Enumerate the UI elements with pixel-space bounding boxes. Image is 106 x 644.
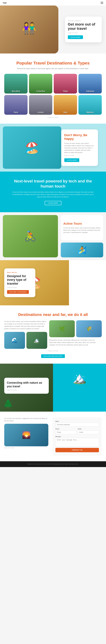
designed-card: WHAT WE DO Designed for every type of tr… xyxy=(4,268,35,297)
happy-text: Ut enim ad minim veniam, quis nostrud ex… xyxy=(64,142,95,154)
destination-maui[interactable]: Maui xyxy=(54,95,77,115)
nearfar-img-credit: Images from Freepik xyxy=(4,350,102,352)
logo: logo xyxy=(3,2,7,4)
designed-title: Designed for every type of traveler xyxy=(7,274,33,286)
name-label: Name xyxy=(55,421,99,422)
couple-photo xyxy=(0,6,58,54)
nextlevel-section: Next-level travel powered by tech and th… xyxy=(0,172,106,212)
active-tours-surfer-image xyxy=(61,242,103,257)
happy-title: Don't Worry, Be Happy xyxy=(64,133,95,141)
nearfar-title: Destinations near and far, we do it all xyxy=(4,312,102,317)
active-tours-section: Active Tours Ut enim ad minim veniam, qu… xyxy=(0,212,106,260)
nearfar-btn-wrap: EXPLORE DESTINATIONS xyxy=(4,354,102,358)
footer: Sample text. Click to select the Text to… xyxy=(0,461,106,467)
contact-description: Let us know your questions, suggestions … xyxy=(4,417,48,422)
footer-text: Sample text. Click to select the Text to… xyxy=(3,463,103,465)
dest-label-bora-bora: Bora Bora xyxy=(4,90,28,92)
form-group-name: Name xyxy=(55,421,99,426)
hero-learn-more-button[interactable]: LEARN MORE xyxy=(68,35,83,39)
nearfar-image-windmill xyxy=(76,320,102,337)
form-group-phone: Phone xyxy=(55,428,76,434)
destination-maldives[interactable]: Maldives xyxy=(78,95,102,115)
message-textarea[interactable] xyxy=(55,438,99,446)
dest-label-maui: Maui xyxy=(54,111,77,113)
nearfar-image-grid-right xyxy=(49,320,102,337)
nearfar-left-col: Ut enim ad minim veniam, quis nostrud ex… xyxy=(4,320,47,349)
nature-section: Connecting with nature as you travel Ima… xyxy=(0,364,106,412)
hero-card: TRAVEL AGENCY Get more out of your trave… xyxy=(65,17,102,42)
nearfar-explore-button[interactable]: EXPLORE DESTINATIONS xyxy=(41,354,65,358)
nearfar-columns: Ut enim ad minim veniam, quis nostrud ex… xyxy=(4,320,102,349)
contact-submit-button[interactable]: CONTACT US xyxy=(55,448,99,452)
nearfar-image-forest xyxy=(49,320,75,337)
email-input[interactable] xyxy=(78,430,99,434)
designed-explore-button[interactable]: EXPLORE CATEGORIES xyxy=(7,290,29,294)
nearfar-image-grid-left xyxy=(4,332,47,349)
hero-image xyxy=(0,6,58,54)
dest-label-london: London xyxy=(29,111,52,113)
hero-section: TRAVEL AGENCY Get more out of your trave… xyxy=(0,6,106,54)
contact-image: 🌄 xyxy=(4,424,48,446)
contact-section: Let us know your questions, suggestions … xyxy=(0,412,106,461)
destinations-section: Popular Travel Destinations & Types Brow… xyxy=(0,54,106,124)
contact-left: Let us know your questions, suggestions … xyxy=(4,417,48,456)
form-group-message: Message xyxy=(55,436,99,446)
dest-label-indonesia: Indonesia xyxy=(78,90,102,92)
nature-mountain-image xyxy=(53,364,106,412)
menu-icon[interactable] xyxy=(101,2,103,4)
happy-learn-more-button[interactable]: LEARN MORE xyxy=(64,158,79,162)
active-tours-title: Active Tours xyxy=(63,222,101,226)
active-tours-cyclist-image xyxy=(3,215,58,257)
dest-label-paris: Paris xyxy=(4,111,28,113)
destinations-grid: Bora Bora Costa Rica Tokyo Indonesia Par… xyxy=(4,74,102,115)
destination-indonesia[interactable]: Indonesia xyxy=(78,74,102,94)
dest-label-costa-rica: Costa Rica xyxy=(29,90,52,92)
form-row-name-phone: Name xyxy=(55,421,99,426)
destination-bora-bora[interactable]: Bora Bora xyxy=(4,74,28,94)
nearfar-section: Destinations near and far, we do it all … xyxy=(0,305,106,364)
nearfar-text-left: Ut enim ad minim veniam, quis nostrud ex… xyxy=(4,320,47,330)
happy-section: Don't Worry, Be Happy Ut enim ad minim v… xyxy=(0,124,106,172)
nearfar-image-ocean xyxy=(4,332,25,349)
nearfar-image-mountain xyxy=(26,332,47,349)
hero-title: Get more out of your travel xyxy=(68,22,99,31)
email-label: Email xyxy=(78,428,99,430)
nextlevel-title: Next-level travel powered by tech and th… xyxy=(9,179,97,189)
hero-img-credit: Image from Freepik xyxy=(68,32,99,33)
form-group-email: Email xyxy=(78,428,99,434)
phone-input[interactable] xyxy=(55,430,76,434)
happy-img-credit: Image from Freepik xyxy=(64,155,95,156)
nextlevel-text: Ut enim ad minim veniam, quis nostrud ex… xyxy=(12,191,94,198)
happy-card: Don't Worry, Be Happy Ut enim ad minim v… xyxy=(61,130,98,166)
form-row-contact-details: Phone Email xyxy=(55,428,99,434)
active-tours-info-card: Active Tours Ut enim ad minim veniam, qu… xyxy=(61,215,103,240)
contact-right: Name Phone Email Message xyxy=(53,417,102,456)
nature-img-credit: Image from Freepik xyxy=(7,389,46,390)
message-label: Message xyxy=(55,436,99,437)
active-tours-text: Ut enim ad minim veniam, quis nostrud ex… xyxy=(63,227,101,234)
nearfar-text-right: Bening dolor sit amet, consectetur adipi… xyxy=(49,339,102,346)
destinations-title: Popular Travel Destinations & Types xyxy=(4,60,102,66)
phone-label: Phone xyxy=(55,428,76,430)
happy-image xyxy=(3,126,61,169)
destination-paris[interactable]: Paris xyxy=(4,95,28,115)
nearfar-right-col: Bening dolor sit amet, consectetur adipi… xyxy=(49,320,102,348)
dest-label-maldives: Maldives xyxy=(78,111,102,113)
nextlevel-learn-more-button[interactable]: LEARN MORE xyxy=(45,201,61,205)
name-input[interactable] xyxy=(55,423,99,426)
nature-forest-image: Connecting with nature as you travel Ima… xyxy=(0,364,53,412)
hero-tag: TRAVEL AGENCY xyxy=(68,20,99,22)
destinations-img-credit: Images from Freepik xyxy=(4,117,102,118)
contact-form: Name Phone Email Message xyxy=(53,417,102,456)
dest-label-tokyo: Tokyo xyxy=(54,90,77,92)
destinations-subtitle: Browse the topics below to find travel a… xyxy=(4,67,102,70)
destination-tokyo[interactable]: Tokyo xyxy=(54,74,77,94)
designed-img-credit: Image from Freepik xyxy=(7,287,33,288)
destination-costa-rica[interactable]: Costa Rica xyxy=(29,74,52,94)
nature-card: Connecting with nature as you travel Ima… xyxy=(4,378,49,394)
navigation: logo xyxy=(0,0,106,6)
nature-title: Connecting with nature as you travel xyxy=(7,381,46,388)
contact-img-credit: Image from Freepik xyxy=(4,447,48,448)
destination-london[interactable]: London xyxy=(29,95,52,115)
active-tours-right: Active Tours Ut enim ad minim veniam, qu… xyxy=(61,212,106,260)
